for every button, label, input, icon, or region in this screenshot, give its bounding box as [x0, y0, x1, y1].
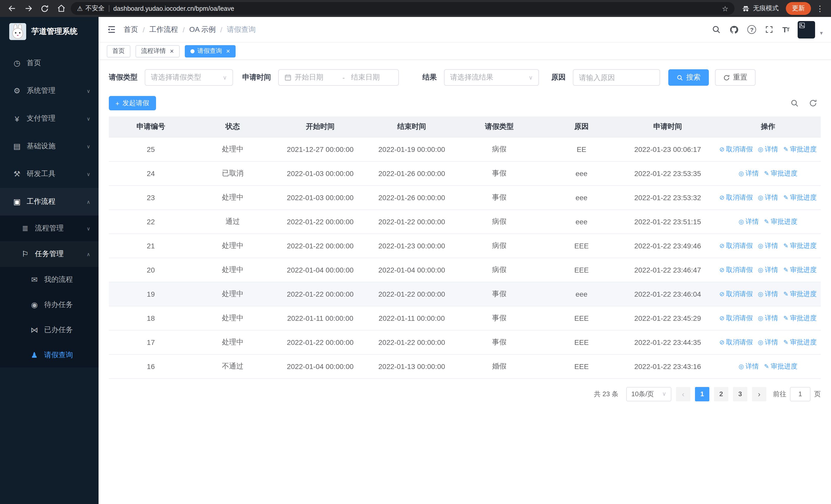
search-button[interactable]: 搜索 — [668, 69, 709, 86]
action-progress-link[interactable]: ✎审批进度 — [783, 313, 816, 323]
next-page-button[interactable]: › — [752, 387, 766, 401]
github-icon[interactable] — [729, 25, 739, 34]
not-secure-warning[interactable]: ⚠ 不安全 — [77, 4, 105, 13]
total-count-label: 共 23 条 — [594, 389, 618, 398]
header-actions: ? TT ▾ — [712, 21, 823, 38]
apply-time-range-picker[interactable]: 开始日期 - 结束日期 — [278, 69, 399, 86]
create-leave-button[interactable]: + 发起请假 — [109, 96, 156, 110]
font-size-icon[interactable]: TT — [782, 25, 789, 34]
help-icon[interactable]: ? — [747, 25, 756, 34]
sidebar-item-workflow[interactable]: ▣工作流程∧ — [0, 188, 98, 215]
cell-end: 2022-01-19 00:00:00 — [368, 137, 456, 161]
sidebar-fold-icon[interactable] — [107, 25, 116, 34]
action-cancel-link[interactable]: ⊘取消请假 — [719, 337, 753, 347]
action-detail-link[interactable]: ◎详情 — [758, 313, 778, 323]
action-label: 详情 — [765, 265, 778, 274]
column-header: 请假类型 — [456, 117, 543, 137]
app-logo[interactable]: 芋道管理系统 — [0, 17, 98, 46]
page-2-button[interactable]: 2 — [714, 387, 728, 401]
address-bar[interactable]: ⚠ 不安全 dashboard.yudao.iocoder.cn/bpm/oa/… — [71, 2, 735, 15]
action-progress-link[interactable]: ✎审批进度 — [764, 169, 797, 178]
sidebar-item-label: 研发工具 — [27, 169, 81, 179]
cell-end: 2022-01-22 00:00:00 — [368, 209, 456, 234]
cell-id: 19 — [109, 282, 193, 306]
reset-button[interactable]: 重置 — [715, 69, 755, 86]
refresh-table-icon[interactable] — [808, 98, 818, 108]
action-cancel-link[interactable]: ⊘取消请假 — [719, 145, 753, 154]
action-detail-link[interactable]: ◎详情 — [758, 265, 778, 274]
action-detail-link[interactable]: ◎详情 — [758, 289, 778, 298]
cell-reason: EEE — [543, 354, 620, 378]
sidebar-item-label: 任务管理 — [35, 249, 81, 259]
sidebar-item-infrastructure[interactable]: ▤基础设施∨ — [0, 132, 98, 160]
sidebar-item-my-process[interactable]: ✉我的流程 — [0, 267, 98, 292]
tab-close-icon[interactable]: × — [226, 48, 230, 54]
action-cancel-link[interactable]: ⊘取消请假 — [719, 193, 753, 202]
action-progress-link[interactable]: ✎审批进度 — [764, 362, 797, 371]
fullscreen-icon[interactable] — [765, 25, 774, 34]
page-size-select[interactable]: 10条/页 ∨ — [626, 387, 671, 401]
action-detail-link[interactable]: ◎详情 — [758, 337, 778, 347]
tab-流程详情[interactable]: 流程详情× — [136, 45, 179, 57]
action-detail-link[interactable]: ◎详情 — [758, 193, 778, 202]
sidebar-item-system-management[interactable]: ⚙系统管理∨ — [0, 77, 98, 105]
url-text[interactable]: dashboard.yudao.iocoder.cn/bpm/oa/leave — [113, 5, 718, 12]
browser-menu-icon[interactable]: ⋮ — [814, 4, 826, 13]
action-cancel-link[interactable]: ⊘取消请假 — [719, 241, 753, 250]
toggle-search-icon[interactable] — [790, 98, 799, 108]
goto-page-input[interactable] — [790, 387, 810, 401]
sidebar-item-done-tasks[interactable]: ⋈已办任务 — [0, 317, 98, 342]
browser-back-button[interactable] — [5, 2, 19, 15]
sidebar-item-dev-tools[interactable]: ⚒研发工具∨ — [0, 160, 98, 188]
action-progress-link[interactable]: ✎审批进度 — [783, 289, 816, 298]
action-cancel-link[interactable]: ⊘取消请假 — [719, 313, 753, 323]
page-1-button[interactable]: 1 — [695, 387, 709, 401]
action-detail-link[interactable]: ◎详情 — [739, 362, 759, 371]
bookmark-star-icon[interactable]: ☆ — [722, 4, 728, 12]
prev-page-button[interactable]: ‹ — [676, 387, 690, 401]
search-icon[interactable] — [712, 25, 721, 34]
action-cancel-link[interactable]: ⊘取消请假 — [719, 265, 753, 274]
cancel-icon: ⊘ — [719, 194, 724, 201]
action-progress-link[interactable]: ✎审批进度 — [783, 241, 816, 250]
sidebar-item-process-management[interactable]: ≣流程管理∨ — [0, 215, 98, 241]
action-progress-link[interactable]: ✎审批进度 — [783, 337, 816, 347]
breadcrumb-item[interactable]: 首页 — [124, 25, 138, 34]
avatar-caret-icon[interactable]: ▾ — [820, 30, 823, 36]
sidebar-item-task-management[interactable]: ⚐任务管理∧ — [0, 241, 98, 267]
action-progress-link[interactable]: ✎审批进度 — [764, 217, 797, 226]
browser-forward-button[interactable] — [22, 2, 35, 15]
breadcrumb-item[interactable]: 工作流程 — [149, 25, 178, 34]
cancel-icon: ⊘ — [719, 146, 724, 153]
tab-请假查询[interactable]: 请假查询× — [184, 45, 236, 57]
cell-type: 事假 — [456, 306, 543, 330]
tab-首页[interactable]: 首页 — [107, 45, 131, 57]
action-progress-link[interactable]: ✎审批进度 — [783, 265, 816, 274]
sidebar-item-leave-query[interactable]: ♟请假查询 — [0, 342, 98, 367]
breadcrumb-item[interactable]: OA 示例 — [190, 25, 216, 34]
browser-update-button[interactable]: 更新 — [786, 2, 811, 15]
action-cancel-link[interactable]: ⊘取消请假 — [719, 289, 753, 298]
tab-close-icon[interactable]: × — [170, 48, 174, 54]
result-select[interactable]: 请选择流结果 ∨ — [444, 69, 539, 86]
action-detail-link[interactable]: ◎详情 — [758, 241, 778, 250]
page-3-button[interactable]: 3 — [733, 387, 747, 401]
action-detail-link[interactable]: ◎详情 — [739, 169, 759, 178]
user-avatar[interactable] — [798, 21, 815, 38]
leave-type-select[interactable]: 请选择请假类型 ∨ — [145, 69, 233, 86]
action-detail-link[interactable]: ◎详情 — [739, 217, 759, 226]
action-progress-link[interactable]: ✎审批进度 — [783, 193, 816, 202]
detail-icon: ◎ — [758, 266, 763, 273]
action-detail-link[interactable]: ◎详情 — [758, 145, 778, 154]
browser-refresh-button[interactable] — [38, 2, 51, 15]
cell-status: 处理中 — [193, 185, 273, 209]
sidebar-item-payment-management[interactable]: ¥支付管理∨ — [0, 105, 98, 132]
browser-home-button[interactable] — [54, 2, 68, 15]
progress-icon: ✎ — [764, 363, 769, 370]
action-progress-link[interactable]: ✎审批进度 — [783, 145, 816, 154]
sidebar-item-todo-tasks[interactable]: ◉待办任务 — [0, 292, 98, 317]
browser-chrome: ⚠ 不安全 dashboard.yudao.iocoder.cn/bpm/oa/… — [0, 0, 831, 17]
table-row: 18处理中2022-01-11 00:00:002022-01-11 00:00… — [109, 306, 821, 330]
reason-input[interactable] — [573, 69, 660, 86]
sidebar-item-home[interactable]: ◷首页 — [0, 49, 98, 77]
